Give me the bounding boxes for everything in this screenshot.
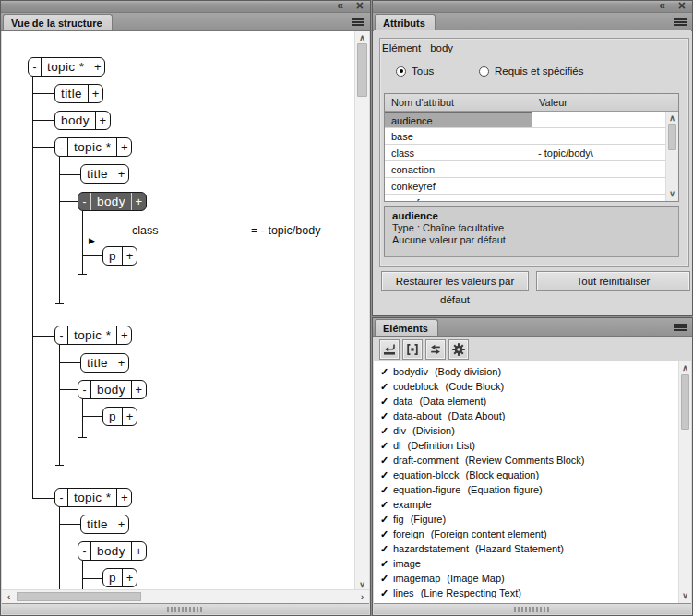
expand-cell[interactable]: +	[122, 247, 137, 265]
attribute-row-conkeyref[interactable]: conkeyref	[385, 178, 678, 195]
collapse-panel-icon[interactable]: «	[337, 0, 342, 12]
collapse-cell[interactable]: -	[29, 58, 41, 76]
restore-defaults-button[interactable]: Restaurer les valeurs par défaut	[381, 271, 529, 291]
attribute-row-class[interactable]: class- topic/body\	[385, 145, 678, 161]
element-item-codeblock[interactable]: ✓codeblock(Code Block)	[374, 379, 691, 394]
expand-cell[interactable]: +	[88, 85, 102, 102]
radio-required-specified[interactable]: Requis et spécifiés	[479, 65, 584, 77]
tree-node-body-1[interactable]: body+	[54, 111, 111, 130]
collapse-cell[interactable]: -	[78, 542, 90, 560]
insert-element-icon[interactable]	[379, 339, 400, 360]
expand-cell[interactable]: +	[114, 354, 128, 372]
radio-selected-icon[interactable]	[396, 66, 406, 77]
scroll-left-icon[interactable]: ‹	[3, 590, 15, 603]
expand-cell[interactable]: +	[95, 112, 110, 129]
radio-unselected-icon[interactable]	[479, 66, 489, 77]
vertical-scroll-thumb[interactable]	[357, 43, 367, 97]
expand-cell[interactable]: +	[122, 408, 137, 425]
expand-cell[interactable]: +	[131, 193, 146, 210]
element-item-foreign[interactable]: ✓foreign(Foreign content element)	[374, 527, 691, 541]
attribute-value-cell[interactable]	[532, 195, 665, 202]
resize-grip[interactable]	[514, 607, 551, 612]
expand-cell[interactable]: +	[116, 138, 131, 156]
expand-cell[interactable]: +	[116, 489, 131, 506]
wrap-element-icon[interactable]	[402, 339, 423, 360]
expand-cell[interactable]: +	[114, 515, 128, 533]
attribute-value-cell[interactable]: - topic/body\	[532, 145, 665, 161]
tab-structure-view[interactable]: Vue de la structure	[3, 14, 113, 30]
radio-all-attributes[interactable]: Tous	[396, 65, 434, 77]
close-panel-icon[interactable]: ×	[356, 0, 364, 13]
tree-node-topic-4[interactable]: -topic *+	[54, 488, 132, 507]
attribute-name-cell[interactable]: base	[385, 128, 532, 145]
attribute-value-cell[interactable]	[532, 112, 665, 128]
element-item-data-about[interactable]: ✓data-about(Data About)	[374, 409, 691, 423]
vertical-scroll-thumb[interactable]	[668, 124, 676, 150]
element-item-equation-block[interactable]: ✓equation-block(Block equation)	[374, 468, 691, 482]
tab-elements[interactable]: Eléments	[375, 319, 438, 336]
element-item-equation-figure[interactable]: ✓equation-figure(Equation figure)	[374, 482, 691, 497]
tree-node-p-2[interactable]: p+	[102, 407, 137, 426]
element-item-draft-comment[interactable]: ✓draft-comment(Review Comments Block)	[374, 453, 691, 468]
attribute-row-base[interactable]: base	[385, 128, 678, 145]
attribute-name-cell[interactable]: conkeyref	[385, 178, 532, 195]
collapse-cell[interactable]: -	[55, 326, 67, 344]
tree-node-topic-3[interactable]: -topic *+	[54, 326, 132, 345]
options-gear-icon[interactable]	[448, 339, 469, 360]
panel-menu-icon[interactable]	[352, 18, 364, 27]
resize-grip[interactable]	[167, 607, 204, 612]
attribute-row-conref[interactable]: conref	[385, 195, 678, 202]
tree-node-body-4[interactable]: -body+	[78, 541, 147, 561]
attribute-value-cell[interactable]	[532, 161, 665, 178]
element-item-dl[interactable]: ✓dl(Definition List)	[374, 438, 691, 453]
tree-node-p-3[interactable]: p+	[102, 568, 137, 587]
collapse-cell[interactable]: -	[78, 381, 90, 398]
element-item-lines[interactable]: ✓lines(Line Respecting Text)	[374, 586, 691, 600]
structure-horizontal-scrollbar[interactable]: ‹ ›	[2, 589, 369, 603]
panel-menu-icon[interactable]	[674, 18, 687, 27]
element-item-bodydiv[interactable]: ✓bodydiv(Body division)	[374, 364, 691, 379]
tree-node-topic-2[interactable]: -topic *+	[54, 137, 132, 157]
collapse-panel-icon[interactable]: «	[659, 0, 664, 12]
tree-node-body-3[interactable]: -body+	[78, 380, 147, 399]
tab-attributes[interactable]: Attributs	[375, 14, 436, 30]
change-element-icon[interactable]	[425, 339, 446, 360]
tree-node-topic-1[interactable]: -topic *+	[28, 57, 105, 77]
expand-cell[interactable]: +	[131, 381, 146, 398]
attribute-row-audience[interactable]: audience	[385, 112, 678, 128]
tree-node-title-4[interactable]: title+	[80, 515, 129, 534]
tree-node-body-2-selected[interactable]: -body+	[78, 192, 147, 211]
attributes-table-scrollbar[interactable]: ∧ ∨	[665, 112, 678, 201]
element-item-image[interactable]: ✓image	[374, 556, 691, 571]
element-item-fig[interactable]: ✓fig(Figure)	[374, 512, 691, 527]
expand-cell[interactable]: +	[122, 569, 137, 586]
scroll-up-icon[interactable]: ∧	[666, 113, 678, 124]
expand-cell[interactable]: +	[116, 326, 131, 344]
expand-cell[interactable]: +	[114, 165, 128, 183]
scroll-down-icon[interactable]: ∨	[666, 188, 678, 200]
attribute-marker-icon[interactable]: ▶	[89, 236, 95, 245]
element-item-hazardstatement[interactable]: ✓hazardstatement(Hazard Statement)	[374, 541, 691, 556]
element-item-div[interactable]: ✓div(Division)	[374, 423, 691, 438]
element-item-imagemap[interactable]: ✓imagemap(Image Map)	[374, 571, 691, 586]
attribute-name-cell[interactable]: class	[385, 145, 532, 161]
attribute-value-cell[interactable]	[532, 128, 665, 145]
scroll-up-icon[interactable]: ∧	[679, 362, 691, 374]
expand-cell[interactable]: +	[131, 542, 146, 560]
elements-list-scrollbar[interactable]: ∧ ∨	[678, 361, 691, 603]
attribute-name-cell[interactable]: audience	[385, 112, 532, 128]
tree-node-title-1[interactable]: title+	[54, 84, 103, 103]
tree-node-title-2[interactable]: title+	[80, 164, 129, 184]
collapse-cell[interactable]: -	[55, 138, 67, 156]
tree-node-p-1[interactable]: p+	[102, 246, 137, 266]
expand-cell[interactable]: +	[90, 58, 104, 76]
reset-all-button[interactable]: Tout réinitialiser	[536, 271, 690, 291]
element-item-data[interactable]: ✓data(Data element)	[374, 394, 691, 409]
panel-menu-icon[interactable]	[674, 324, 687, 332]
collapse-cell[interactable]: -	[78, 193, 90, 210]
attribute-name-cell[interactable]: conaction	[385, 161, 532, 178]
attribute-value-cell[interactable]	[532, 178, 665, 195]
vertical-scroll-thumb[interactable]	[681, 374, 689, 430]
element-item-example[interactable]: ✓example	[374, 497, 691, 512]
structure-vertical-scrollbar[interactable]: ∧ ∨	[354, 31, 369, 592]
